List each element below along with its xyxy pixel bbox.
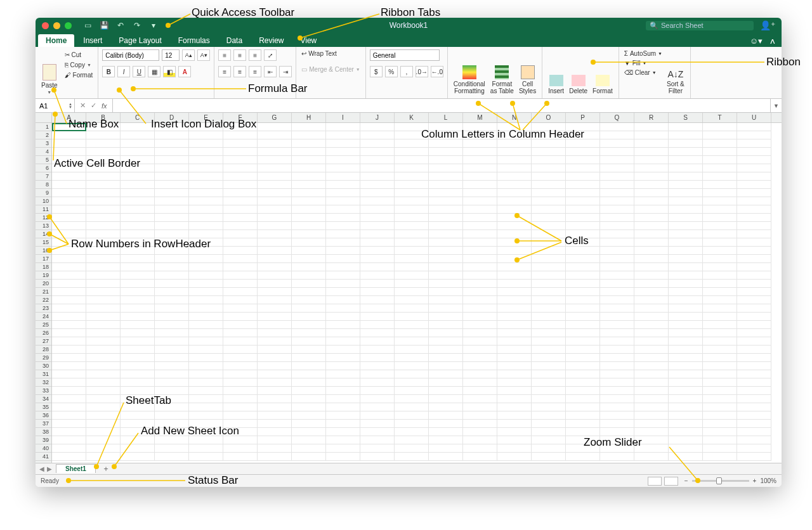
cell[interactable]	[189, 453, 223, 461]
column-header-C[interactable]: C	[121, 113, 155, 122]
cell[interactable]	[634, 387, 669, 395]
cell[interactable]	[566, 214, 600, 222]
row-header-23[interactable]: 23	[36, 304, 51, 313]
cell[interactable]	[634, 296, 669, 304]
format-painter-button[interactable]: 🖌Format	[63, 71, 95, 79]
zoom-out-icon[interactable]: −	[684, 477, 688, 484]
cell[interactable]	[566, 189, 600, 197]
cell[interactable]	[292, 436, 326, 444]
cell[interactable]	[52, 255, 86, 263]
cell[interactable]	[86, 164, 121, 172]
cell[interactable]	[429, 313, 463, 321]
cell[interactable]	[634, 172, 669, 181]
cell[interactable]	[463, 453, 497, 461]
cell[interactable]	[634, 337, 669, 346]
collapse-ribbon-icon[interactable]: ʌ	[770, 36, 775, 46]
cell[interactable]	[155, 181, 189, 189]
cell[interactable]	[360, 403, 395, 411]
cell[interactable]	[52, 453, 86, 461]
cell[interactable]	[121, 444, 155, 453]
tab-review[interactable]: Review	[251, 34, 291, 47]
cell[interactable]	[703, 139, 737, 148]
cell[interactable]	[429, 411, 463, 420]
cell[interactable]	[395, 436, 429, 444]
cell[interactable]	[223, 378, 258, 387]
tab-insert[interactable]: Insert	[75, 34, 110, 47]
cell[interactable]	[532, 354, 566, 362]
cell[interactable]	[223, 148, 258, 156]
cell[interactable]	[223, 247, 258, 255]
cell[interactable]	[292, 453, 326, 461]
cell[interactable]	[703, 288, 737, 296]
search-input[interactable]	[661, 22, 743, 29]
cell[interactable]	[258, 214, 292, 222]
cell[interactable]	[669, 346, 703, 354]
cell[interactable]	[326, 247, 360, 255]
cell[interactable]	[189, 370, 223, 378]
cell[interactable]	[566, 428, 600, 436]
cell[interactable]	[292, 411, 326, 420]
row-header-12[interactable]: 12	[36, 214, 51, 222]
cell[interactable]	[86, 255, 121, 263]
underline-button[interactable]: U	[133, 66, 145, 77]
cell[interactable]	[189, 346, 223, 354]
column-header-K[interactable]: K	[395, 113, 429, 122]
cell[interactable]	[155, 420, 189, 428]
cell[interactable]	[223, 288, 258, 296]
cell[interactable]	[292, 321, 326, 329]
cell[interactable]	[532, 205, 566, 214]
cell[interactable]	[669, 428, 703, 436]
cell[interactable]	[292, 271, 326, 280]
cell[interactable]	[258, 337, 292, 346]
row-header-10[interactable]: 10	[36, 197, 51, 205]
cell[interactable]	[395, 247, 429, 255]
cell[interactable]	[326, 444, 360, 453]
cell[interactable]	[703, 453, 737, 461]
cell[interactable]	[360, 296, 395, 304]
font-color-button[interactable]: A	[178, 66, 191, 77]
cell[interactable]	[497, 139, 532, 148]
cell[interactable]	[258, 280, 292, 288]
cell[interactable]	[566, 172, 600, 181]
cell[interactable]	[155, 238, 189, 247]
cell[interactable]	[223, 296, 258, 304]
cell[interactable]	[600, 148, 634, 156]
row-header-2[interactable]: 2	[36, 131, 51, 139]
cell[interactable]	[600, 444, 634, 453]
cell[interactable]	[429, 387, 463, 395]
tab-formulas[interactable]: Formulas	[171, 34, 218, 47]
cell[interactable]	[395, 346, 429, 354]
cell[interactable]	[258, 395, 292, 403]
cell[interactable]	[532, 271, 566, 280]
cell[interactable]	[189, 131, 223, 139]
cell[interactable]	[258, 156, 292, 164]
increase-indent-icon[interactable]: ⇥	[279, 66, 292, 77]
cell[interactable]	[737, 255, 771, 263]
cell[interactable]	[292, 296, 326, 304]
cell[interactable]	[532, 247, 566, 255]
cell[interactable]	[395, 403, 429, 411]
cell[interactable]	[395, 148, 429, 156]
cell[interactable]	[463, 238, 497, 247]
cell[interactable]	[326, 403, 360, 411]
row-header-17[interactable]: 17	[36, 255, 51, 263]
cell[interactable]	[600, 313, 634, 321]
cell[interactable]	[155, 346, 189, 354]
cell[interactable]	[463, 378, 497, 387]
cell[interactable]	[258, 354, 292, 362]
cell[interactable]	[292, 313, 326, 321]
cell[interactable]	[223, 387, 258, 395]
cell[interactable]	[600, 346, 634, 354]
cell[interactable]	[326, 354, 360, 362]
cell[interactable]	[52, 337, 86, 346]
cell[interactable]	[52, 395, 86, 403]
cell[interactable]	[497, 172, 532, 181]
cell[interactable]	[52, 222, 86, 230]
cell[interactable]	[669, 370, 703, 378]
cell[interactable]	[634, 403, 669, 411]
cell[interactable]	[360, 346, 395, 354]
column-header-M[interactable]: M	[463, 113, 497, 122]
cell[interactable]	[223, 139, 258, 148]
close-window-icon[interactable]	[42, 22, 49, 29]
cell[interactable]	[669, 395, 703, 403]
